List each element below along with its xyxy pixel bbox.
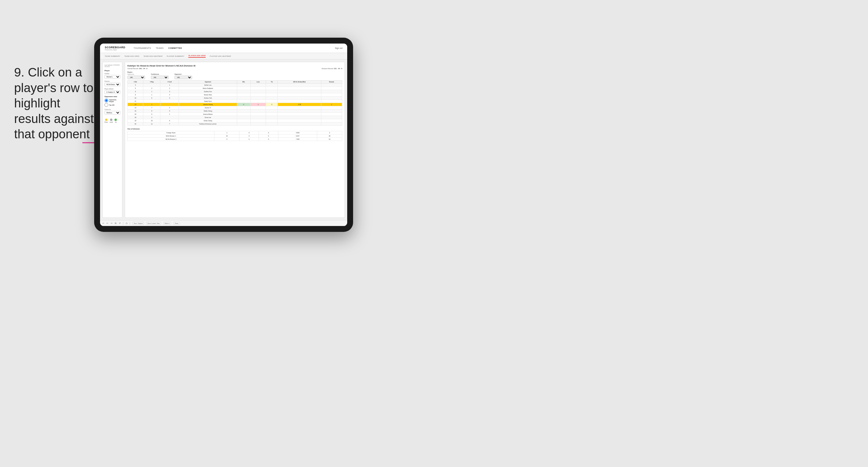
subnav-team-h2h-heatmap[interactable]: TEAM H2H HEATMAP (143, 55, 162, 57)
conference-select[interactable]: (All) (151, 75, 168, 79)
table-row[interactable]: 522Alexis Sudjianto (128, 87, 342, 90)
instruction-text: 9. Click on a player's row to highlight … (14, 65, 96, 142)
table-row[interactable]: 914Sharon Mun (128, 93, 342, 96)
col-tie: Tie (266, 81, 278, 84)
cell-2 (160, 103, 179, 106)
cell-4 (237, 122, 250, 126)
tablet-screen: SCOREBOARD Powered by clippd TOURNAMENTS… (100, 43, 347, 226)
division-select[interactable]: NCAA Division III (104, 83, 120, 86)
undo-icon[interactable]: ↩ (102, 222, 104, 224)
cell-0: 9 (128, 93, 143, 96)
cell-7 (278, 106, 321, 110)
cell-3: Stella Cheng (179, 110, 237, 113)
col-opponent: Opponent (179, 81, 237, 84)
view-original-btn[interactable]: View: Original (132, 222, 144, 225)
refresh-icon[interactable]: ↺ (119, 222, 121, 224)
cell-8 (321, 93, 342, 96)
watch-btn[interactable]: Watch ▾ (163, 222, 171, 225)
subnav-team-h2h-grid[interactable]: TEAM H2H GRID (124, 55, 140, 57)
gender-select[interactable]: Women's (104, 75, 120, 79)
nav-teams[interactable]: TEAMS (156, 47, 164, 49)
cell-0: 18 (128, 116, 143, 119)
conference-filter: Conference (All) (151, 73, 168, 79)
cell-8 (321, 96, 342, 100)
share-btn[interactable]: Share (173, 222, 180, 225)
opponent-select[interactable]: (All) (175, 75, 192, 79)
save-custom-view-btn[interactable]: Save Custom View (146, 222, 161, 225)
table-row[interactable]: 1585Stella Cheng (128, 110, 342, 113)
division-label: Division (104, 80, 120, 82)
opponent-played-radio[interactable]: Opponents Played (104, 99, 120, 102)
cell-3: Sharon Mun (179, 93, 237, 96)
table-row[interactable]: 1474Eunice Yi (128, 106, 342, 110)
timer-icon[interactable]: ◷ (126, 222, 127, 224)
redo-icon[interactable]: ↩ (106, 222, 108, 224)
cell-7 (278, 122, 321, 126)
cell-6: 0 (266, 103, 278, 106)
cell-7 (278, 84, 321, 87)
grid-icon[interactable]: ⊞ (115, 222, 117, 224)
opponent-filter: Opponent (All) (175, 73, 192, 79)
cell-4: 0 (237, 103, 250, 106)
cell-5 (250, 113, 266, 116)
ood-row[interactable]: NAIA Division 115009.26730 (128, 134, 342, 138)
col-conf: # Conf (160, 81, 179, 84)
table-row[interactable]: 20117Federica Domecq Lacroze (128, 122, 342, 126)
subnav-player-h2h-grid[interactable]: PLAYER H2H GRID (188, 55, 206, 58)
cell-1: 2 (143, 87, 160, 90)
ood-cell-4: 4.500 (278, 131, 317, 134)
ood-cell-4: 7.400 (278, 138, 317, 141)
forward-icon[interactable]: ↪ (111, 222, 113, 224)
ood-cell-1: 5 (215, 138, 240, 141)
ood-cell-2: 0 (240, 138, 259, 141)
cell-8 (321, 119, 342, 122)
table-row[interactable]: 1063Andrea York (128, 96, 342, 100)
cell-8 (321, 122, 342, 126)
cell-8 (321, 110, 342, 113)
cell-4 (237, 106, 250, 110)
col-loss: Loss (250, 81, 266, 84)
top100-radio[interactable]: Top 100 (104, 103, 120, 107)
ood-cell-3: 0 (259, 131, 278, 134)
table-row[interactable]: 182Euna Lee (128, 116, 342, 119)
cell-2: 5 (160, 110, 179, 113)
grid-title: Katelyn Vo Head-to-Head Grid for Women's… (127, 64, 342, 67)
ood-row[interactable]: Foreign Team1004.5002 (128, 131, 342, 134)
cell-4 (237, 100, 250, 103)
nav-tournaments[interactable]: TOURNAMENTS (133, 47, 151, 49)
table-row[interactable]: 1691Jessica Mason (128, 113, 342, 116)
sign-out-link[interactable]: Sign out (335, 47, 342, 49)
subnav-player-h2h-heatmap[interactable]: PLAYER H2H HEATMAP (210, 55, 231, 57)
nav-committee[interactable]: COMMITTEE (168, 47, 182, 49)
toolbar-divider2 (130, 222, 130, 225)
cell-5 (250, 106, 266, 110)
region-select[interactable]: (All) (127, 75, 145, 79)
cell-7 (278, 100, 321, 103)
toolbar-divider (123, 222, 123, 225)
colour-by-select[interactable]: Win/loss (104, 111, 120, 115)
cell-3: Federica Domecq Lacroze (179, 122, 237, 126)
ood-row[interactable]: NCAA Division 25007.40010 (128, 138, 342, 141)
cell-8 (321, 106, 342, 110)
cell-1: 1 (143, 90, 160, 93)
subnav-player-summary[interactable]: PLAYER SUMMARY (167, 55, 185, 57)
cell-0: 5 (128, 87, 143, 90)
cell-7 (278, 119, 321, 122)
content-area: Last Updated: 27/03/2024 16:55:28 Player… (100, 59, 347, 220)
table-row[interactable]: 613Sydney Kuo (128, 90, 342, 93)
sidebar: Last Updated: 27/03/2024 16:55:28 Player… (102, 62, 122, 218)
cell-1: 1 (143, 93, 160, 96)
table-row[interactable]: 11Haejo Hyun (128, 100, 342, 103)
main-content: Katelyn Vo Head-to-Head Grid for Women's… (125, 62, 345, 218)
cell-3: Esther Lee (179, 84, 237, 87)
subnav-team-summary[interactable]: TEAM SUMMARY (105, 55, 120, 57)
table-row[interactable]: 19106Emily Chang (128, 119, 342, 122)
cell-5 (250, 96, 266, 100)
player-rank-select[interactable]: 8. Katelyn Vo (104, 90, 120, 94)
table-row[interactable]: 31Esther Lee (128, 84, 342, 87)
ood-cell-3: 0 (259, 138, 278, 141)
gender-label: Gender (104, 73, 120, 74)
logo: SCOREBOARD Powered by clippd (105, 46, 125, 51)
table-row[interactable]: 131Jessica Huang010-3.002 (128, 103, 342, 106)
overall-record: Overall Record: 353 - 34 - 6 (127, 68, 147, 69)
